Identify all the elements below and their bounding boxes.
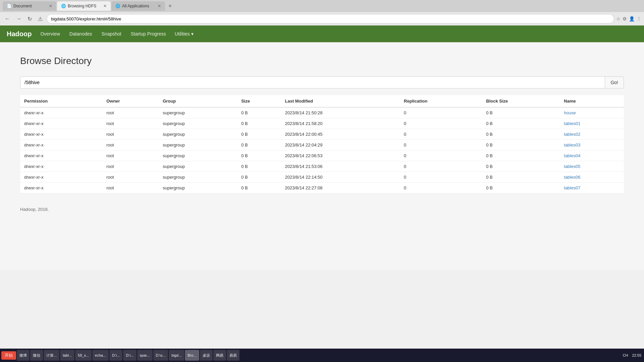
cell-group: supergroup (159, 161, 237, 172)
tab-close-apps[interactable]: ✕ (158, 4, 161, 8)
navbar: Hadoop Overview Datanodes Snapshot Start… (0, 25, 644, 42)
cell-name: house (560, 107, 624, 118)
cell-owner: root (102, 107, 159, 118)
profile-icon[interactable]: 👤 (629, 16, 635, 21)
col-last-modified: Last Modified (281, 95, 400, 107)
dir-link-tables01[interactable]: tables01 (564, 121, 580, 126)
cell-block-size: 0 B (482, 150, 560, 161)
table-row: drwxr-xr-x root supergroup 0 B 2023/8/14… (20, 172, 624, 183)
cell-group: supergroup (159, 183, 237, 193)
dropdown-caret-icon: ▾ (191, 31, 194, 37)
table-row: drwxr-xr-x root supergroup 0 B 2023/8/14… (20, 107, 624, 118)
cell-replication: 0 (400, 107, 482, 118)
tab-bar: 📄 Document ✕ 🌐 Browsing HDFS ✕ 🌐 All App… (0, 0, 644, 12)
cell-owner: root (102, 150, 159, 161)
tab-document[interactable]: 📄 Document ✕ (3, 1, 56, 11)
table-row: drwxr-xr-x root supergroup 0 B 2023/8/14… (20, 150, 624, 161)
tab-all-applications[interactable]: 🌐 All Applications ✕ (111, 1, 165, 11)
table-row: drwxr-xr-x root supergroup 0 B 2023/8/14… (20, 161, 624, 172)
cell-block-size: 0 B (482, 107, 560, 118)
cell-size: 0 B (237, 140, 281, 150)
cell-owner: root (102, 129, 159, 140)
path-input[interactable] (20, 76, 605, 88)
dir-link-house[interactable]: house (564, 110, 576, 115)
address-icons: ☆ ⚙ 👤 ⋮ (616, 16, 641, 21)
nav-startup-progress[interactable]: Startup Progress (130, 30, 167, 38)
cell-owner: root (102, 140, 159, 150)
cell-group: supergroup (159, 129, 237, 140)
go-button[interactable]: Go! (605, 76, 624, 88)
cell-group: supergroup (159, 150, 237, 161)
address-input[interactable] (47, 14, 614, 23)
cell-block-size: 0 B (482, 183, 560, 193)
cell-last-modified: 2023/8/14 21:53:06 (281, 161, 400, 172)
nav-overview[interactable]: Overview (40, 30, 60, 38)
cell-name: tables04 (560, 150, 624, 161)
table-row: drwxr-xr-x root supergroup 0 B 2023/8/14… (20, 183, 624, 193)
cell-size: 0 B (237, 118, 281, 129)
cell-replication: 0 (400, 172, 482, 183)
utilities-label: Utilities (175, 31, 190, 37)
table-row: drwxr-xr-x root supergroup 0 B 2023/8/14… (20, 118, 624, 129)
tab-title-apps: All Applications (122, 4, 156, 8)
reload-button[interactable]: ↻ (25, 14, 34, 23)
cell-block-size: 0 B (482, 161, 560, 172)
cell-group: supergroup (159, 172, 237, 183)
nav-utilities-dropdown[interactable]: Utilities ▾ (175, 31, 194, 37)
cell-last-modified: 2023/8/14 22:14:50 (281, 172, 400, 183)
cell-replication: 0 (400, 161, 482, 172)
tab-close-hdfs[interactable]: ✕ (103, 4, 107, 8)
path-row: Go! (20, 76, 624, 88)
dir-link-tables03[interactable]: tables03 (564, 142, 580, 147)
cell-permission: drwxr-xr-x (20, 172, 102, 183)
dir-link-tables05[interactable]: tables05 (564, 164, 580, 169)
col-permission: Permission (20, 95, 102, 107)
address-bar-row: ← → ↻ ⚠ ☆ ⚙ 👤 ⋮ (0, 12, 644, 25)
cell-block-size: 0 B (482, 129, 560, 140)
nav-snapshot[interactable]: Snapshot (101, 30, 122, 38)
directory-table: Permission Owner Group Size Last Modifie… (20, 95, 624, 193)
dir-link-tables02[interactable]: tables02 (564, 132, 580, 137)
cell-owner: root (102, 172, 159, 183)
table-row: drwxr-xr-x root supergroup 0 B 2023/8/14… (20, 140, 624, 150)
tab-close-document[interactable]: ✕ (49, 4, 52, 8)
bookmark-icon[interactable]: ☆ (616, 16, 621, 21)
tab-favicon-hdfs: 🌐 (61, 4, 66, 8)
col-replication: Replication (400, 95, 482, 107)
browser-chrome: 📄 Document ✕ 🌐 Browsing HDFS ✕ 🌐 All App… (0, 0, 644, 25)
cell-name: tables06 (560, 172, 624, 183)
cell-replication: 0 (400, 150, 482, 161)
cell-size: 0 B (237, 150, 281, 161)
cell-permission: drwxr-xr-x (20, 183, 102, 193)
cell-permission: drwxr-xr-x (20, 118, 102, 129)
new-tab-button[interactable]: + (166, 3, 175, 10)
col-name: Name (560, 95, 624, 107)
cell-name: tables01 (560, 118, 624, 129)
forward-button[interactable]: → (14, 14, 23, 23)
tab-title-document: Document (13, 4, 47, 8)
cell-last-modified: 2023/8/14 21:50:28 (281, 107, 400, 118)
cell-last-modified: 2023/8/14 22:00:45 (281, 129, 400, 140)
col-group: Group (159, 95, 237, 107)
col-owner: Owner (102, 95, 159, 107)
cell-owner: root (102, 161, 159, 172)
col-size: Size (237, 95, 281, 107)
nav-datanodes[interactable]: Datanodes (69, 30, 93, 38)
cell-owner: root (102, 118, 159, 129)
dir-link-tables06[interactable]: tables06 (564, 175, 580, 180)
tab-favicon-document: 📄 (7, 4, 11, 8)
dir-link-tables04[interactable]: tables04 (564, 153, 580, 158)
cell-replication: 0 (400, 140, 482, 150)
cell-name: tables07 (560, 183, 624, 193)
menu-icon[interactable]: ⋮ (637, 16, 641, 21)
cell-name: tables05 (560, 161, 624, 172)
tab-browsing-hdfs[interactable]: 🌐 Browsing HDFS ✕ (57, 1, 111, 11)
extensions-icon[interactable]: ⚙ (623, 16, 627, 21)
cell-group: supergroup (159, 118, 237, 129)
dir-link-tables07[interactable]: tables07 (564, 185, 580, 190)
cell-last-modified: 2023/8/14 21:58:20 (281, 118, 400, 129)
page-title: Browse Directory (20, 56, 624, 66)
cell-block-size: 0 B (482, 172, 560, 183)
home-button[interactable]: ⚠ (36, 14, 45, 23)
back-button[interactable]: ← (3, 14, 12, 23)
